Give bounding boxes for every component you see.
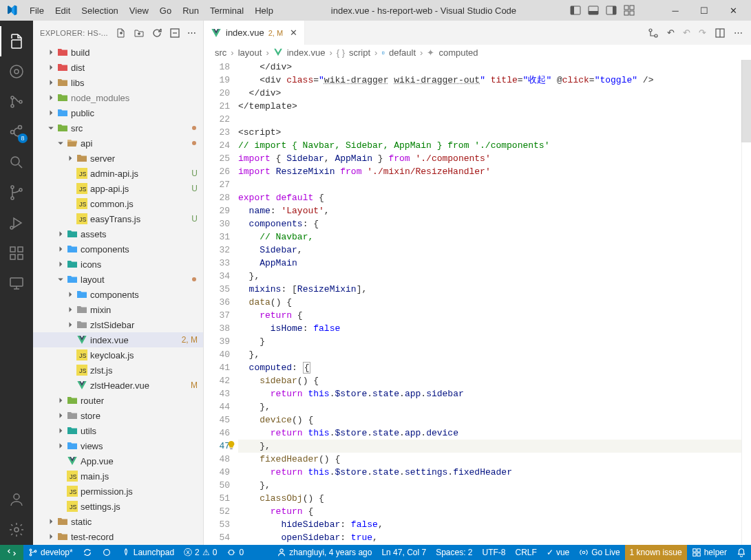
tree-item[interactable]: zlstHeader.vueM <box>33 378 203 393</box>
tree-item[interactable]: JSpermission.js <box>33 484 203 499</box>
tree-item[interactable]: JSapp-api.jsU <box>33 181 203 196</box>
menu-view[interactable]: View <box>125 3 154 18</box>
tree-item[interactable]: store <box>33 408 203 423</box>
tree-item[interactable]: JSsettings.js <box>33 499 203 514</box>
tree-item[interactable]: public <box>33 105 203 120</box>
crumb-index[interactable]: index.vue <box>287 47 326 58</box>
tab-index-vue[interactable]: index.vue 2, M ✕ <box>204 21 305 45</box>
tree-item[interactable]: index.vue2, M <box>33 332 203 347</box>
lightbulb-icon[interactable] <box>226 440 236 450</box>
more-actions-icon[interactable]: ⋯ <box>734 28 743 38</box>
nav-prev-icon[interactable]: ↶ <box>667 28 675 38</box>
tree-item[interactable]: layout <box>33 272 203 287</box>
encoding-status[interactable]: UTF-8 <box>478 545 511 560</box>
issue-status[interactable]: 1 known issue <box>625 545 687 560</box>
tree-item[interactable]: assets <box>33 226 203 241</box>
toggle-panel-right-icon[interactable] <box>605 4 617 17</box>
launchpad-status[interactable]: Launchpad <box>116 545 179 560</box>
tree-item[interactable]: JSeasyTrans.jsU <box>33 211 203 226</box>
blame-status[interactable]: zhangluyi, 4 years ago <box>272 545 377 560</box>
debug-tab[interactable] <box>0 208 33 238</box>
toggle-panel-bottom-icon[interactable] <box>587 4 600 17</box>
menu-edit[interactable]: Edit <box>50 3 75 18</box>
crumb-src[interactable]: src <box>215 47 226 58</box>
remote-status[interactable] <box>0 545 23 560</box>
bell-status[interactable] <box>732 545 751 560</box>
close-button[interactable]: ✕ <box>721 1 745 20</box>
refresh-icon[interactable] <box>151 28 162 39</box>
tree-item[interactable]: JSzlst.js <box>33 363 203 378</box>
menu-run[interactable]: Run <box>178 3 204 18</box>
tree-item[interactable]: views <box>33 438 203 453</box>
gitlens-tab[interactable] <box>0 56 33 87</box>
breadcrumb[interactable]: src› layout› index.vue› { } script› ▫ de… <box>204 45 751 60</box>
search-tab[interactable] <box>0 147 33 177</box>
new-folder-icon[interactable] <box>134 28 145 39</box>
tree-item[interactable]: test-record <box>33 529 203 544</box>
accounts-tab[interactable] <box>0 484 33 515</box>
crumb-default[interactable]: default <box>389 47 416 58</box>
sync-status[interactable] <box>78 545 97 560</box>
cursor-position-status[interactable]: Ln 47, Col 7 <box>377 545 431 560</box>
eol-status[interactable]: CRLF <box>511 545 542 560</box>
tree-item[interactable]: components <box>33 287 203 302</box>
language-status[interactable]: ✓vue <box>542 545 574 560</box>
tree-item[interactable]: components <box>33 241 203 257</box>
tree-item[interactable]: server <box>33 151 203 166</box>
tree-item[interactable]: src <box>33 120 203 136</box>
tab-close-icon[interactable]: ✕ <box>290 28 297 38</box>
minimize-button[interactable]: ─ <box>663 1 688 20</box>
tree-item[interactable]: utils <box>33 423 203 438</box>
crumb-script[interactable]: script <box>349 47 370 58</box>
problems-status[interactable]: ⓧ2⚠0 <box>179 545 222 560</box>
extensions-tab[interactable] <box>0 238 33 268</box>
menu-selection[interactable]: Selection <box>76 3 123 18</box>
code-area[interactable]: 1819202122232425262728293031323334353637… <box>204 60 751 545</box>
source-control-tab[interactable]: 8 <box>0 117 33 147</box>
remote-tab[interactable] <box>0 268 33 299</box>
more-icon[interactable]: ⋯ <box>187 28 196 39</box>
tree-item[interactable]: mixin <box>33 302 203 317</box>
tree-item[interactable]: dist <box>33 60 203 75</box>
helper-status[interactable]: helper <box>687 545 732 560</box>
menu-go[interactable]: Go <box>155 3 176 18</box>
nav-prev2-icon[interactable]: ↶ <box>683 28 690 38</box>
menu-file[interactable]: File <box>25 3 49 18</box>
tree-item[interactable]: build <box>33 45 203 60</box>
branch-tab[interactable] <box>0 177 33 208</box>
ports-status[interactable]: 0 <box>222 545 248 560</box>
branch-status[interactable]: develop* <box>23 545 78 560</box>
customize-layout-icon[interactable] <box>623 4 635 17</box>
compare-icon[interactable] <box>648 28 659 39</box>
tree-item[interactable]: node_modules <box>33 90 203 105</box>
tree-item[interactable]: zlstSidebar <box>33 317 203 332</box>
menu-help[interactable]: Help <box>250 3 278 18</box>
file-tree[interactable]: builddistlibsnode_modulespublicsrcapiser… <box>33 45 203 545</box>
collapse-icon[interactable] <box>169 28 180 39</box>
tree-item[interactable]: libs <box>33 75 203 90</box>
scrollbar-slider[interactable] <box>741 60 751 142</box>
git-graph-tab[interactable] <box>0 87 33 117</box>
code-content[interactable]: </div> <div class="wiki-dragger wiki-dra… <box>238 60 741 545</box>
crumb-computed[interactable]: computed <box>438 47 478 58</box>
tree-item[interactable]: JScommon.js <box>33 196 203 211</box>
menu-terminal[interactable]: Terminal <box>205 3 248 18</box>
spaces-status[interactable]: Spaces: 2 <box>431 545 477 560</box>
tree-item[interactable]: static <box>33 514 203 529</box>
maximize-button[interactable]: ☐ <box>692 1 717 20</box>
split-icon[interactable] <box>715 28 726 39</box>
explorer-tab[interactable] <box>0 26 33 56</box>
tree-item[interactable]: JSadmin-api.jsU <box>33 166 203 181</box>
gitlens-status[interactable] <box>97 545 116 560</box>
tree-item[interactable]: router <box>33 393 203 408</box>
tree-item[interactable]: JSkeycloak.js <box>33 347 203 363</box>
toggle-panel-left-icon[interactable] <box>569 4 582 17</box>
golive-status[interactable]: Go Live <box>574 545 624 560</box>
tree-item[interactable]: api <box>33 136 203 151</box>
crumb-layout[interactable]: layout <box>238 47 262 58</box>
tree-item[interactable]: App.vue <box>33 453 203 469</box>
settings-tab[interactable] <box>0 515 33 545</box>
scrollbar[interactable] <box>741 60 751 545</box>
new-file-icon[interactable] <box>116 28 127 39</box>
tree-item[interactable]: icons <box>33 257 203 272</box>
